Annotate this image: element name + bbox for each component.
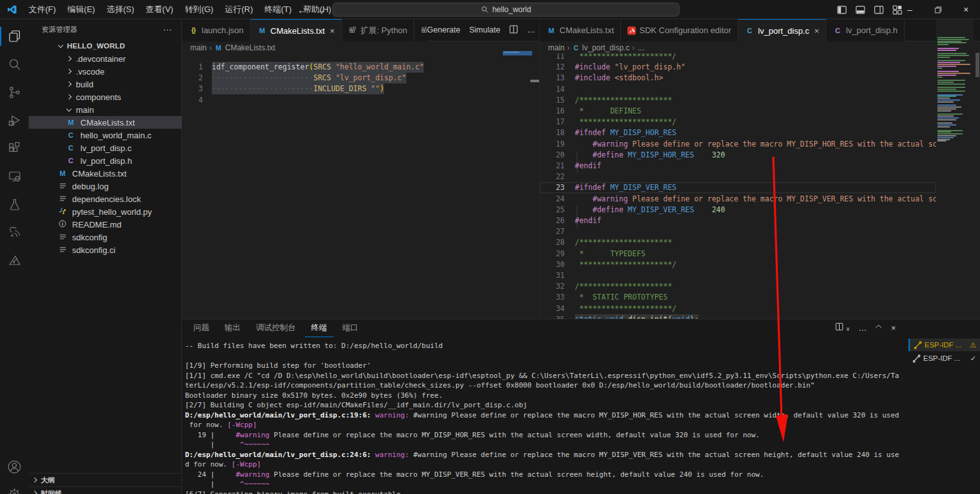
sidebar-title: 资源管理器 — [41, 25, 78, 34]
tab-right-2[interactable]: Clv_port_disp.c× — [738, 19, 826, 41]
terminal-line: D:/esp/hello_world/main/lv_port_disp.c:2… — [185, 450, 899, 460]
text-file-icon — [57, 182, 68, 191]
terminal-list-item-0[interactable]: ESP-IDF ...⚠ — [909, 338, 980, 351]
panel-tab-2[interactable]: 调试控制台 — [249, 320, 302, 337]
split-editor-icon[interactable] — [509, 25, 518, 36]
minimap-mark — [937, 60, 965, 61]
tree-item-CMakeLists.txt[interactable]: MCMakeLists.txt — [29, 116, 182, 129]
panel-tab-3[interactable]: 终端 — [305, 320, 334, 337]
tab-left-1[interactable]: MCMakeLists.txt× — [251, 19, 342, 41]
timeline-section[interactable]: 时间线 — [29, 486, 182, 494]
toggle-sidebar-icon[interactable] — [837, 5, 847, 15]
toggle-panel-icon[interactable] — [856, 5, 865, 15]
espressif-icon[interactable] — [0, 221, 29, 245]
restore-button[interactable] — [924, 0, 952, 19]
tree-item-CMakeLists.txt[interactable]: MCMakeLists.txt — [29, 167, 182, 180]
tree-item-HELLO_WORLD[interactable]: HELLO_WORLD — [29, 40, 182, 52]
more-actions-icon[interactable]: … — [527, 25, 535, 34]
menu-item-5[interactable]: 运行(R) — [219, 0, 258, 19]
terminal-line: Bootloader binary size 0x5170 bytes. 0x2… — [185, 391, 443, 401]
breadcrumb-item[interactable]: … — [637, 43, 645, 52]
menu-item-6[interactable]: 终端(T) — [258, 0, 297, 19]
remote-explorer-icon[interactable] — [0, 164, 29, 189]
minimap-mark — [937, 76, 942, 78]
menu-item-1[interactable]: 编辑(E) — [62, 0, 101, 19]
minimap-mark — [937, 80, 965, 81]
account-icon[interactable] — [0, 454, 29, 479]
tree-item-.devcontainer[interactable]: .devcontainer — [29, 52, 182, 65]
tab-right-1[interactable]: SDK Configuration editor — [621, 19, 738, 41]
editor-scrollbar[interactable] — [975, 19, 980, 319]
tab-right-0[interactable]: MCMakeLists.txt — [540, 19, 621, 41]
editor-action-generate[interactable]: Generate — [427, 25, 460, 34]
minimize-button[interactable]: – — [896, 0, 924, 19]
menu-item-2[interactable]: 选择(S) — [101, 0, 140, 19]
minimap-left[interactable] — [503, 51, 532, 55]
split-terminal-icon[interactable]: ∨ — [835, 323, 850, 333]
close-window-button[interactable]: × — [952, 0, 980, 19]
tree-item-sdkconfig[interactable]: sdkconfig — [29, 231, 182, 243]
explorer-icon[interactable] — [0, 24, 29, 48]
minimap-mark — [937, 44, 949, 45]
tree-item-lv_port_disp.h[interactable]: Clv_port_disp.h — [29, 154, 182, 167]
toggle-secondary-sidebar-icon[interactable] — [874, 5, 884, 15]
settings-gear-icon[interactable] — [0, 482, 29, 494]
tree-item-components[interactable]: components — [29, 91, 182, 103]
tab-left-0[interactable]: {}launch.json — [182, 19, 251, 41]
menu-item-4[interactable]: 转到(G) — [179, 0, 219, 19]
minimap-right[interactable] — [936, 19, 974, 319]
minimap-mark — [937, 140, 946, 142]
tab-left-3[interactable]: 扩展: — [414, 19, 427, 41]
tree-item-sdkconfig.ci[interactable]: sdkconfig.ci — [29, 243, 182, 256]
extensions-icon[interactable] — [0, 136, 29, 161]
activity-bar — [0, 19, 29, 494]
code-line-20: 20 #define MY_DISP_HOR_RES 320 — [540, 150, 936, 161]
tree-item-lv_port_disp.c[interactable]: Clv_port_disp.c — [29, 142, 182, 154]
breadcrumb-item[interactable]: CMakeLists.txt — [225, 43, 276, 52]
panel-tab-1[interactable]: 输出 — [218, 320, 247, 337]
minimap-mark — [937, 119, 956, 120]
minimap-mark — [937, 64, 970, 65]
tree-item-pytest_hello_world.py[interactable]: pytest_hello_world.py — [29, 205, 182, 218]
esp-idf-tools-icon[interactable] — [0, 249, 29, 273]
breadcrumb-item[interactable]: main — [548, 43, 565, 52]
panel-more-icon[interactable]: … — [858, 323, 866, 333]
tab-left-2[interactable]: 扩展: Python — [342, 19, 415, 41]
tab-close-icon[interactable]: × — [814, 26, 819, 36]
chevron-right-icon — [66, 69, 71, 74]
tree-item-README.md[interactable]: README.md — [29, 218, 182, 231]
sidebar-more-icon[interactable]: … — [163, 22, 172, 33]
tree-item-debug.log[interactable]: debug.log — [29, 180, 182, 193]
tree-item-.vscode[interactable]: .vscode — [29, 65, 182, 78]
search-view-icon[interactable] — [0, 52, 29, 76]
source-control-icon[interactable] — [0, 80, 29, 105]
back-icon[interactable]: ← — [297, 4, 307, 15]
tree-item-hello_world_main.c[interactable]: Chello_world_main.c — [29, 129, 182, 142]
breadcrumb-right: main›Clv_port_disp.c›… — [540, 41, 980, 54]
testing-icon[interactable] — [0, 193, 29, 217]
command-center-search[interactable]: hello_world — [332, 3, 679, 17]
terminal-list-item-1[interactable]: ESP-IDF ...✓ — [909, 352, 980, 365]
tree-item-main[interactable]: main — [29, 103, 182, 116]
title-bar: 文件(F)编辑(E)选择(S)查看(V)转到(G)运行(R)终端(T)帮助(H)… — [0, 0, 980, 19]
tab-right-3[interactable]: Clv_port_disp.h — [826, 19, 905, 41]
menu-item-0[interactable]: 文件(F) — [23, 0, 62, 19]
outline-section[interactable]: 大纲 — [29, 473, 182, 486]
c-file-icon: C — [745, 27, 755, 34]
breadcrumb-item[interactable]: lv_port_disp.c — [583, 43, 630, 52]
panel-maximize-icon[interactable] — [875, 323, 882, 333]
run-and-debug-icon[interactable] — [0, 108, 29, 133]
editor-action-simulate[interactable]: Simulate — [469, 25, 500, 34]
tree-item-build[interactable]: build — [29, 78, 182, 91]
breadcrumb-item[interactable]: main — [190, 43, 207, 52]
line-text: /********************* — [575, 281, 672, 292]
tree-item-dependencies.lock[interactable]: dependencies.lock — [29, 193, 182, 205]
panel-tab-0[interactable]: 问题 — [187, 320, 216, 337]
tab-close-icon[interactable]: × — [330, 26, 335, 36]
panel-tab-4[interactable]: 端口 — [336, 320, 365, 337]
menu-item-3[interactable]: 查看(V) — [140, 0, 179, 19]
text-file-icon — [57, 233, 68, 242]
panel-close-icon[interactable]: × — [891, 323, 896, 333]
scrollbar-handle[interactable] — [976, 53, 979, 77]
forward-icon[interactable]: → — [316, 4, 325, 15]
